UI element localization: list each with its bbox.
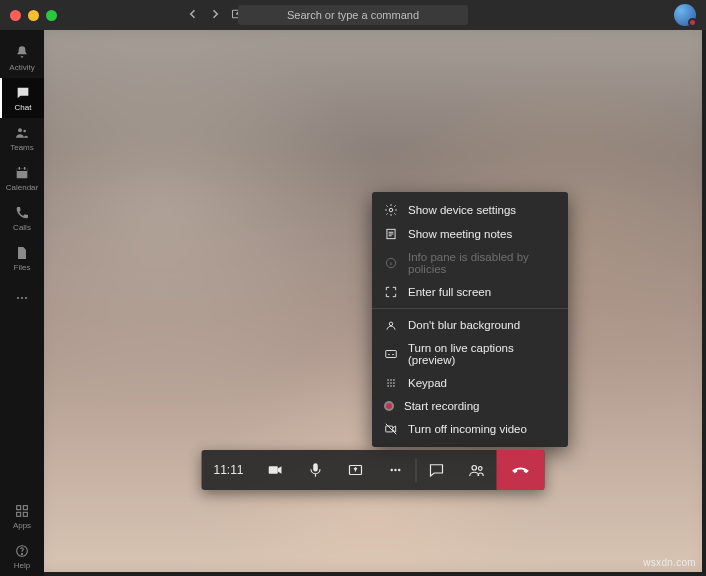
call-timer: 11:11 [201,450,255,490]
svg-point-25 [387,385,389,387]
menu-label: Enter full screen [408,286,491,298]
rail-label: Calls [13,223,31,232]
more-actions-menu: Show device settings Show meeting notes … [372,192,568,447]
nav-forward-button[interactable] [209,6,221,24]
calendar-icon [14,165,30,181]
chat-button[interactable] [417,450,457,490]
menu-label: Don't blur background [408,319,520,331]
svg-rect-29 [269,466,278,474]
bell-icon [14,45,30,61]
menu-label: Start recording [404,400,479,412]
svg-point-1 [18,128,22,132]
svg-point-2 [23,129,26,132]
watermark: wsxdn.com [643,557,696,568]
share-button[interactable] [336,450,376,490]
menu-blur-background[interactable]: Don't blur background [372,313,568,337]
svg-rect-10 [17,512,21,516]
rail-files[interactable]: Files [0,238,44,278]
hangup-icon [511,460,531,480]
rail-help[interactable]: Help [0,536,44,576]
svg-rect-9 [23,505,27,509]
svg-point-20 [390,379,392,381]
minimize-window-button[interactable] [28,10,39,21]
file-icon [14,245,30,261]
menu-info-pane: Info pane is disabled by policies [372,246,568,280]
presence-indicator [688,18,697,27]
svg-point-17 [389,322,393,326]
app-rail: Activity Chat Teams Calendar Calls Files [0,30,44,576]
svg-point-5 [17,297,19,299]
svg-point-19 [387,379,389,381]
rail-calendar[interactable]: Calendar [0,158,44,198]
menu-turn-off-incoming-video[interactable]: Turn off incoming video [372,417,568,441]
nav-back-button[interactable] [187,6,199,24]
call-controls: 11:11 [201,450,544,490]
rail-teams[interactable]: Teams [0,118,44,158]
svg-point-36 [478,467,482,471]
notes-icon [384,227,398,241]
menu-label: Show meeting notes [408,228,512,240]
menu-start-recording[interactable]: Start recording [372,395,568,417]
menu-label: Turn on live captions (preview) [408,342,556,366]
svg-point-13 [21,553,22,554]
rail-calls[interactable]: Calls [0,198,44,238]
close-window-button[interactable] [10,10,21,21]
window-controls [10,10,57,21]
participants-button[interactable] [457,450,497,490]
ellipsis-icon [14,290,30,306]
mic-icon [307,461,325,479]
menu-label: Show device settings [408,204,516,216]
menu-live-captions[interactable]: Turn on live captions (preview) [372,337,568,371]
menu-label: Keypad [408,377,447,389]
titlebar: Search or type a command [0,0,706,30]
phone-icon [14,205,30,221]
rail-more[interactable] [0,278,44,318]
share-screen-icon [347,461,365,479]
svg-point-21 [393,379,395,381]
svg-point-26 [390,385,392,387]
svg-point-34 [398,469,400,471]
menu-keypad[interactable]: Keypad [372,371,568,395]
menu-label: Turn off incoming video [408,423,527,435]
rail-label: Teams [10,143,34,152]
chat-icon [428,461,446,479]
search-input[interactable]: Search or type a command [238,5,468,25]
rail-activity[interactable]: Activity [0,38,44,78]
rail-label: Activity [9,63,34,72]
rail-apps[interactable]: Apps [0,496,44,536]
people-icon [468,461,486,479]
more-actions-button[interactable] [376,450,416,490]
video-off-icon [384,422,398,436]
camera-button[interactable] [256,450,296,490]
menu-meeting-notes[interactable]: Show meeting notes [372,222,568,246]
svg-point-22 [387,382,389,384]
info-icon [384,256,398,270]
rail-chat[interactable]: Chat [0,78,44,118]
teams-icon [14,125,30,141]
ellipsis-icon [387,461,405,479]
chat-icon [15,85,31,101]
meeting-stage: Show device settings Show meeting notes … [44,30,702,572]
menu-device-settings[interactable]: Show device settings [372,198,568,222]
mic-button[interactable] [296,450,336,490]
svg-rect-11 [23,512,27,516]
svg-rect-8 [17,505,21,509]
svg-point-23 [390,382,392,384]
rail-label: Files [14,263,31,272]
svg-rect-30 [313,463,318,471]
fullscreen-icon [384,285,398,299]
avatar[interactable] [674,4,696,26]
rail-label: Chat [15,103,32,112]
menu-label: Info pane is disabled by policies [408,251,556,275]
svg-rect-18 [386,351,397,358]
captions-icon [384,347,398,361]
rail-label: Calendar [6,183,38,192]
svg-point-6 [21,297,23,299]
hangup-button[interactable] [497,450,545,490]
rail-label: Help [14,561,30,570]
menu-fullscreen[interactable]: Enter full screen [372,280,568,304]
zoom-window-button[interactable] [46,10,57,21]
svg-point-32 [391,469,393,471]
rail-label: Apps [13,521,31,530]
svg-rect-4 [17,168,28,171]
